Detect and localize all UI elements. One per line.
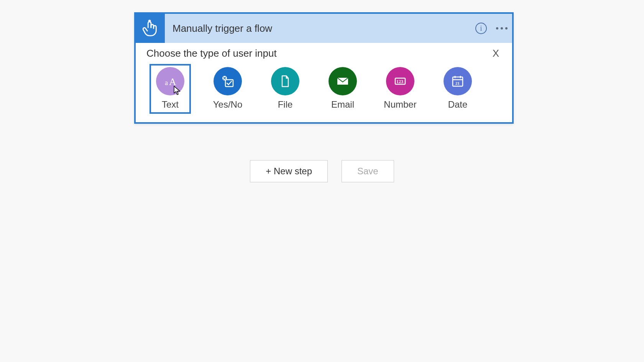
number-icon: 123	[386, 67, 414, 95]
chooser-heading: Choose the type of user input	[146, 48, 277, 59]
input-type-date[interactable]: 21 Date	[437, 64, 478, 114]
input-type-label: Yes/No	[213, 99, 243, 110]
email-icon	[329, 67, 357, 95]
close-chooser-button[interactable]: X	[490, 48, 501, 59]
info-icon: i	[475, 23, 487, 34]
svg-text:A: A	[169, 76, 176, 87]
trigger-card: Manually trigger a flow i Choose the typ…	[134, 12, 514, 124]
trigger-card-body: Choose the type of user input X aA Text	[136, 43, 512, 122]
input-type-number[interactable]: 123 Number	[380, 64, 421, 114]
input-type-file[interactable]: File	[264, 64, 306, 114]
svg-point-0	[149, 20, 150, 22]
flow-actions: + New step Save	[0, 160, 644, 182]
yesno-icon	[214, 67, 242, 95]
trigger-title[interactable]: Manually trigger a flow	[165, 23, 471, 34]
file-icon	[271, 67, 299, 95]
trigger-card-header: Manually trigger a flow i	[136, 14, 512, 43]
save-button[interactable]: Save	[342, 160, 394, 182]
input-type-label: Number	[384, 99, 416, 110]
input-type-label: Date	[448, 99, 468, 110]
more-options-button[interactable]	[491, 27, 512, 29]
input-type-label: Email	[331, 99, 354, 110]
input-type-list: aA Text	[146, 59, 501, 118]
svg-text:a: a	[165, 79, 168, 87]
input-type-yesno[interactable]: Yes/No	[207, 64, 248, 114]
input-type-label: Text	[162, 99, 179, 110]
input-type-label: File	[278, 99, 293, 110]
svg-text:123: 123	[396, 79, 403, 84]
ellipsis-icon	[496, 27, 508, 29]
input-type-text[interactable]: aA Text	[150, 64, 191, 114]
text-icon: aA	[156, 67, 184, 95]
new-step-button[interactable]: + New step	[250, 160, 328, 182]
manual-trigger-icon	[136, 14, 165, 43]
input-type-email[interactable]: Email	[322, 64, 363, 114]
info-button[interactable]: i	[471, 23, 491, 34]
date-icon: 21	[444, 67, 472, 95]
svg-text:21: 21	[455, 81, 460, 85]
